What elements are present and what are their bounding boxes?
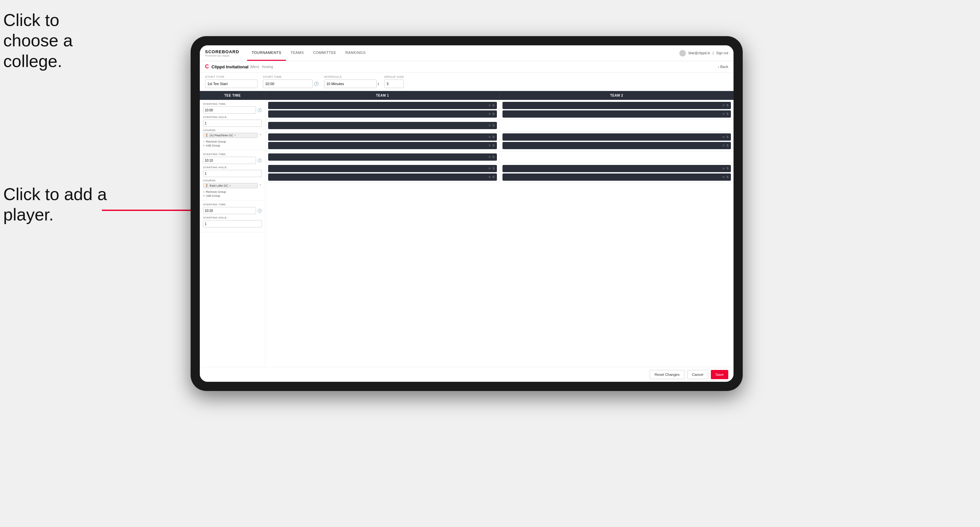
add-group-btn-1[interactable]: + Add Group [203,144,262,147]
intervals-info-icon: ℹ [378,82,379,86]
player-slot-arrows-4-1[interactable]: ⇅ [726,135,729,139]
nav-tab-teams[interactable]: TEAMS [286,45,308,61]
start-type-select[interactable]: 1st Tee Start [205,79,258,88]
player-slot-x-2-1[interactable]: ✕ [722,104,725,107]
course-arrow-2[interactable]: ⌃ [259,184,262,188]
starting-time-label-1: STARTING TIME: [203,103,262,105]
team-row-2b: ✕ ⇅ [266,151,733,163]
player-slot-arrows-3-1[interactable]: ⇅ [492,135,495,139]
player-slot-arrows-1-1[interactable]: ⇅ [492,104,495,107]
sign-out-link[interactable]: Sign out [716,51,728,55]
player-slot-4-2[interactable]: ✕ ⇅ [503,142,731,149]
course-remove-2[interactable]: × [229,184,231,187]
brand-c: C [205,64,209,70]
course-arrow-1[interactable]: ⌃ [259,133,262,138]
player-slot-x-1-2[interactable]: ✕ [488,113,491,116]
player-slot-6-2[interactable]: ✕ ⇅ [503,173,731,181]
player-slot-4-1[interactable]: ✕ ⇅ [503,133,731,141]
team-row-3: ✕ ⇅ ✕ ⇅ ✕ ⇅ ✕ [266,163,733,183]
intervals-select[interactable]: 10 Minutes [324,79,377,88]
player-slot-arrows-3-2[interactable]: ⇅ [492,144,495,147]
player-slot-2b-1[interactable]: ✕ ⇅ [268,154,497,161]
back-button[interactable]: ‹ Back [718,65,728,69]
player-slot-2-2[interactable]: ✕ ⇅ [503,110,731,117]
nav-tab-tournaments[interactable]: TOURNAMENTS [247,45,286,61]
player-slot-5-1[interactable]: ✕ ⇅ [268,165,497,172]
start-type-group: Start Type 1st Tee Start [205,75,258,88]
player-slot-arrows-1-2[interactable]: ⇅ [492,113,495,116]
player-slot-x-2-2[interactable]: ✕ [722,113,725,116]
course-remove-1[interactable]: × [234,134,236,137]
nav-tab-rankings[interactable]: RANKINGS [341,45,370,61]
course-icon-1: 🏌 [205,134,209,137]
tee-entries: STARTING TIME: 🕐 STARTING HOLE: 1 COURSE… [200,100,266,367]
player-slot-1b-1[interactable]: ✕ ⇅ [268,122,497,129]
reset-changes-button[interactable]: Reset Changes [650,370,684,379]
gender-badge: (Men) [250,65,259,69]
player-slot-x-5-2[interactable]: ✕ [488,175,491,179]
player-slot-arrows-2-2[interactable]: ⇅ [726,113,729,116]
player-slot-x-4-1[interactable]: ✕ [722,135,725,139]
tee-entry-1: STARTING TIME: 🕐 STARTING HOLE: 1 COURSE… [200,100,265,150]
player-slot-x-1-1[interactable]: ✕ [488,104,491,107]
player-slot-x-6-2[interactable]: ✕ [722,175,725,179]
team2-col-1: ✕ ⇅ ✕ ⇅ [500,100,734,120]
tablet-frame: SCOREBOARD Powered by clippd TOURNAMENTS… [191,36,743,391]
player-slot-3-1[interactable]: ✕ ⇅ [268,133,497,141]
player-slot-arrows-5-1[interactable]: ⇅ [492,167,495,170]
course-tag-1[interactable]: 🏌 (A) Peachtree GC × [203,133,258,138]
starting-hole-label-2: STARTING HOLE: [203,166,262,169]
start-time-group: Start Time 🕐 [263,75,319,88]
starting-time-input-2[interactable] [203,157,256,164]
player-slot-arrows-2-1[interactable]: ⇅ [726,104,729,107]
player-slot-arrows-4-2[interactable]: ⇅ [726,144,729,147]
starting-hole-select-1[interactable]: 1 [203,120,262,127]
player-slot-x-3-2[interactable]: ✕ [488,144,491,147]
team2-col-3: ✕ ⇅ ✕ ⇅ [500,163,734,183]
starting-hole-select-2[interactable]: 1 [203,170,262,177]
th-tee-time: Tee Time [200,91,266,100]
team-row-2: ✕ ⇅ ✕ ⇅ ✕ ⇅ ✕ [266,132,733,151]
hosting-badge: Hosting [262,65,273,69]
start-time-input[interactable] [263,79,313,88]
add-icon-2: + [203,194,205,197]
team1-col-1b: ✕ ⇅ [266,120,500,131]
player-slot-1-1[interactable]: ✕ ⇅ [268,102,497,109]
group-size-select[interactable]: 3 [384,79,404,88]
player-slot-x-6-1[interactable]: ✕ [722,167,725,170]
starting-time-input-1[interactable] [203,106,256,114]
player-slot-x-1b-1[interactable]: ✕ [488,124,491,127]
cancel-button[interactable]: Cancel [687,370,708,379]
player-slot-1-2[interactable]: ✕ ⇅ [268,110,497,117]
team2-col-2b [500,151,734,163]
course-name-1: (A) Peachtree GC [210,134,233,137]
player-slot-x-2b-1[interactable]: ✕ [488,156,491,159]
player-slot-arrows-1b-1[interactable]: ⇅ [492,124,495,127]
player-slot-x-4-2[interactable]: ✕ [722,144,725,147]
player-slot-arrows-2b-1[interactable]: ⇅ [492,156,495,159]
player-slot-x-3-1[interactable]: ✕ [488,135,491,139]
player-slot-arrows-5-2[interactable]: ⇅ [492,175,495,179]
team2-col-1b [500,120,734,131]
add-group-btn-2[interactable]: + Add Group [203,194,262,197]
clock-icon-2: 🕐 [257,158,262,163]
starting-hole-select-3[interactable]: 1 [203,220,262,227]
remove-group-btn-1[interactable]: ○ Remove Group [203,140,262,143]
remove-group-btn-2[interactable]: ○ Remove Group [203,190,262,194]
nav-tab-committee[interactable]: COMMITTEE [309,45,341,61]
player-slot-arrows-6-2[interactable]: ⇅ [726,175,729,179]
annotation-college: Click to choose a college. [3,10,118,71]
player-slot-arrows-6-1[interactable]: ⇅ [726,167,729,170]
starting-time-input-3[interactable] [203,207,256,214]
form-row: Start Type 1st Tee Start Start Time 🕐 In… [200,73,733,91]
player-slot-3-2[interactable]: ✕ ⇅ [268,142,497,149]
course-tag-2[interactable]: 🏌 East Lake GC × [203,183,258,188]
player-slot-2-1[interactable]: ✕ ⇅ [503,102,731,109]
player-slot-6-1[interactable]: ✕ ⇅ [503,165,731,172]
player-slot-x-5-1[interactable]: ✕ [488,167,491,170]
user-avatar [679,50,686,57]
player-slot-5-2[interactable]: ✕ ⇅ [268,173,497,181]
course-name-2: East Lake GC [210,184,228,187]
save-button[interactable]: Save [711,370,728,379]
nav-tabs: TOURNAMENTS TEAMS COMMITTEE RANKINGS [247,45,371,61]
